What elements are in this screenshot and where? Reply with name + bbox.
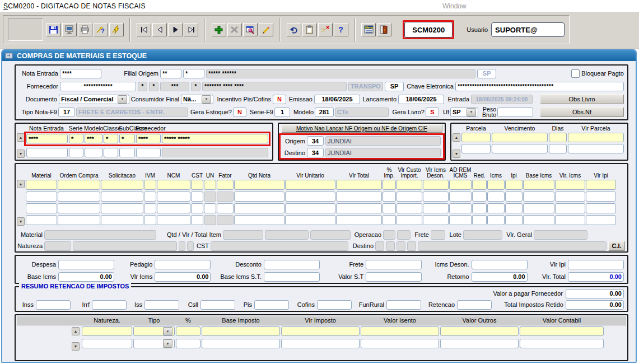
impostos-cell[interactable] <box>202 339 280 348</box>
parcela-cell[interactable] <box>568 133 624 142</box>
next-record-button[interactable] <box>168 23 183 36</box>
parcela-cell[interactable] <box>568 144 624 153</box>
gera-livro-field[interactable]: S <box>426 108 439 117</box>
last-record-button[interactable] <box>184 23 198 36</box>
nota-grid-cell[interactable]: * <box>104 134 118 143</box>
retencao-iss-field[interactable] <box>144 300 179 310</box>
cut-button[interactable]: ☞ <box>318 23 333 36</box>
nota-grid-cell[interactable]: * <box>119 134 135 143</box>
base-icms-field[interactable]: 0.00 <box>58 272 114 282</box>
items-grid-cell[interactable] <box>523 203 554 213</box>
peso-bruto-field[interactable] <box>497 108 533 117</box>
parcela-cell[interactable] <box>461 144 491 153</box>
items-grid-cell[interactable] <box>157 215 190 225</box>
help-button[interactable]: ? <box>334 23 348 36</box>
items-grid-cell[interactable] <box>586 192 616 202</box>
items-grid-cell[interactable] <box>144 192 156 202</box>
impostos-cell[interactable] <box>176 339 200 348</box>
filial-sub-field[interactable]: * <box>183 69 204 78</box>
transpo-uf-field[interactable]: SP <box>385 82 404 91</box>
nota-grid-cell[interactable]: * <box>69 134 83 143</box>
impostos-cell[interactable] <box>440 326 519 336</box>
usuario-field[interactable]: SUPORTE@ <box>491 22 565 37</box>
items-grid-cell[interactable] <box>423 180 449 190</box>
items-grid-cell[interactable] <box>555 215 585 225</box>
items-grid-cell[interactable] <box>397 180 422 190</box>
gera-estoque-field[interactable]: N <box>233 108 246 117</box>
desconto-field[interactable] <box>264 260 320 269</box>
impostos-cell[interactable] <box>82 326 132 336</box>
impostos-cell[interactable] <box>520 339 604 348</box>
scroll-down-button[interactable]: ▼ <box>17 150 25 158</box>
items-grid-cell[interactable] <box>101 203 143 213</box>
frete-field[interactable] <box>366 260 422 269</box>
items-grid-cell[interactable] <box>487 215 505 225</box>
impostos-cell[interactable] <box>281 326 360 336</box>
items-grid-cell[interactable] <box>144 180 156 190</box>
items-grid-cell[interactable] <box>58 215 100 225</box>
items-grid-cell[interactable] <box>26 215 57 225</box>
scroll-down-button[interactable]: ▼ <box>72 342 80 351</box>
exit-button[interactable] <box>377 23 391 36</box>
impostos-tipo-select[interactable]: ▼ <box>133 339 175 348</box>
items-grid-cell[interactable] <box>523 215 554 225</box>
obs-livro-button[interactable]: Obs Livro <box>540 94 624 104</box>
retencao-pis-field[interactable] <box>254 300 289 310</box>
items-grid-cell[interactable] <box>234 203 284 213</box>
items-grid-cell[interactable] <box>397 215 422 225</box>
items-grid-cell[interactable] <box>505 180 523 190</box>
icms-deson-field[interactable] <box>472 260 528 269</box>
items-grid-cell[interactable] <box>234 215 284 225</box>
chave-eletronica-field[interactable]: **************************************** <box>455 82 624 91</box>
items-grid-cell[interactable] <box>336 215 382 225</box>
origem-code-field[interactable]: 34 <box>307 136 324 146</box>
vlr-icms-field[interactable]: 0.00 <box>155 272 211 282</box>
vlr-ipi-field[interactable] <box>568 260 624 269</box>
items-grid-cell[interactable] <box>217 180 234 190</box>
items-grid-cell[interactable] <box>397 203 422 213</box>
destino-code-field[interactable]: 34 <box>307 148 324 157</box>
items-grid-cell[interactable] <box>285 192 335 202</box>
items-grid-cell[interactable] <box>423 215 449 225</box>
items-grid-cell[interactable] <box>383 215 396 225</box>
items-grid-cell[interactable] <box>487 180 505 190</box>
items-grid-cell[interactable] <box>26 203 57 213</box>
nota-grid-cell[interactable]: *** <box>85 134 102 143</box>
items-grid-cell[interactable] <box>144 215 156 225</box>
parcela-cell[interactable] <box>549 144 567 153</box>
items-grid-cell[interactable] <box>423 192 449 202</box>
retencao-irrf-field[interactable] <box>92 300 127 310</box>
items-grid-cell[interactable] <box>586 215 616 225</box>
impostos-cell[interactable] <box>281 339 360 348</box>
chevron-down-icon[interactable]: ▼ <box>467 108 476 116</box>
items-grid-cell[interactable] <box>101 215 143 225</box>
items-grid-cell[interactable] <box>449 192 472 202</box>
items-grid-cell[interactable] <box>472 203 487 213</box>
documento-select[interactable]: Fiscal / Comercial▼ <box>59 95 129 104</box>
items-grid-cell[interactable] <box>58 192 100 202</box>
items-grid-cell[interactable] <box>234 180 284 190</box>
scroll-down-button[interactable]: ▼ <box>453 150 460 158</box>
items-grid-cell[interactable] <box>555 203 585 213</box>
retencao-cofins-field[interactable] <box>317 300 352 310</box>
items-grid-cell[interactable] <box>505 203 523 213</box>
items-grid-cell[interactable] <box>26 180 57 190</box>
nota-entrada-field[interactable]: **** <box>60 69 101 78</box>
items-grid-cell[interactable] <box>336 203 382 213</box>
items-grid-cell[interactable] <box>472 180 487 190</box>
fornecedor-code-field[interactable]: ************ <box>60 82 136 91</box>
items-grid-cell[interactable] <box>472 215 487 225</box>
nota-grid-cell[interactable] <box>69 148 83 157</box>
items-grid-cell[interactable] <box>101 192 143 202</box>
items-grid-cell[interactable] <box>472 192 487 202</box>
pedagio-field[interactable] <box>155 260 211 269</box>
items-grid-cell[interactable] <box>397 192 422 202</box>
items-grid-cell[interactable] <box>449 203 472 213</box>
items-grid-cell[interactable] <box>191 192 203 202</box>
items-grid-cell[interactable] <box>285 215 335 225</box>
uf-select[interactable]: SP▼ <box>450 108 478 117</box>
edit-button[interactable] <box>259 23 273 36</box>
nota-grid-cell[interactable] <box>85 148 102 157</box>
scroll-up-button[interactable]: ▲ <box>17 133 25 142</box>
previous-record-button[interactable] <box>152 23 167 36</box>
